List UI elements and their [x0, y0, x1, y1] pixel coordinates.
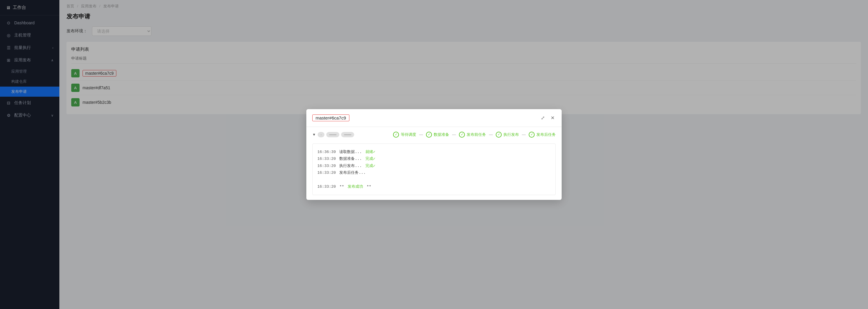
modal-controls: ⤢ ✕ — [540, 114, 556, 122]
log-line: 16:33:20 发布后任务... — [317, 169, 551, 176]
step-data-prep: ✓ 数据准备 — [426, 132, 449, 138]
log-time-2: 16:33:20 — [317, 156, 336, 162]
modal-overlay[interactable]: master#6ca7c9 ⤢ ✕ ▼ · —— —— ✓ 等待调 — [0, 0, 868, 309]
pill-2[interactable]: —— — [326, 132, 339, 137]
step-circle-4: ✓ — [496, 132, 502, 138]
pill-1[interactable]: · — [318, 132, 324, 137]
step-waiting: ✓ 等待调度 — [393, 132, 416, 138]
log-line: 16:33:20 执行发布... 完成✓ — [317, 163, 551, 169]
log-time-1: 16:36:39 — [317, 148, 336, 156]
log-msg-4: 发布后任务... — [339, 169, 365, 176]
modal-header: master#6ca7c9 ⤢ ✕ — [306, 109, 562, 127]
log-time-success: 16:33:20 — [317, 183, 336, 190]
log-line: 16:33:20 数据准备... 完成✓ — [317, 156, 551, 162]
log-status-3: 完成✓ — [365, 163, 375, 169]
modal-expand-button[interactable]: ⤢ — [540, 114, 546, 122]
steps-bar: ▼ · —— —— ✓ 等待调度 — ✓ 数据准备 — — [312, 132, 556, 138]
step-exec-deploy: ✓ 执行发布 — [496, 132, 519, 138]
content-selector: ▼ · —— —— — [312, 132, 354, 137]
step-circle-5: ✓ — [529, 132, 535, 138]
step-circle-3: ✓ — [459, 132, 465, 138]
step-pre-task: ✓ 发布前任务 — [459, 132, 486, 138]
log-msg-3: 执行发布... — [339, 163, 362, 169]
modal-close-button[interactable]: ✕ — [550, 114, 556, 122]
modal-title: master#6ca7c9 — [312, 114, 349, 121]
step-post-task: ✓ 发布后任务 — [529, 132, 556, 138]
log-line: 16:36:39 读取数据... 就绪✓ — [317, 148, 551, 156]
log-prefix: ** — [339, 183, 344, 190]
modal-dialog: master#6ca7c9 ⤢ ✕ ▼ · —— —— ✓ 等待调 — [306, 109, 562, 200]
arrow-down-icon: ▼ — [312, 133, 316, 137]
log-msg-2: 数据准备... — [339, 156, 362, 162]
step-circle-1: ✓ — [393, 132, 399, 138]
log-status-2: 完成✓ — [365, 156, 375, 162]
modal-body: ▼ · —— —— ✓ 等待调度 — ✓ 数据准备 — — [306, 127, 562, 200]
log-msg-1: 读取数据... — [339, 148, 362, 156]
log-success-text: 发布成功 — [348, 183, 363, 190]
pill-3[interactable]: —— — [341, 132, 354, 137]
log-area: 16:36:39 读取数据... 就绪✓ 16:33:20 数据准备... 完成… — [312, 143, 556, 195]
log-success-line: 16:33:20 ** 发布成功 ** — [317, 183, 551, 190]
steps-container: ✓ 等待调度 — ✓ 数据准备 — ✓ 发布前任务 — ✓ — [359, 132, 556, 138]
log-suffix: ** — [367, 183, 371, 190]
log-time-3: 16:33:20 — [317, 163, 336, 169]
log-status-1: 就绪✓ — [365, 148, 375, 156]
step-circle-2: ✓ — [426, 132, 432, 138]
log-time-4: 16:33:20 — [317, 169, 336, 176]
